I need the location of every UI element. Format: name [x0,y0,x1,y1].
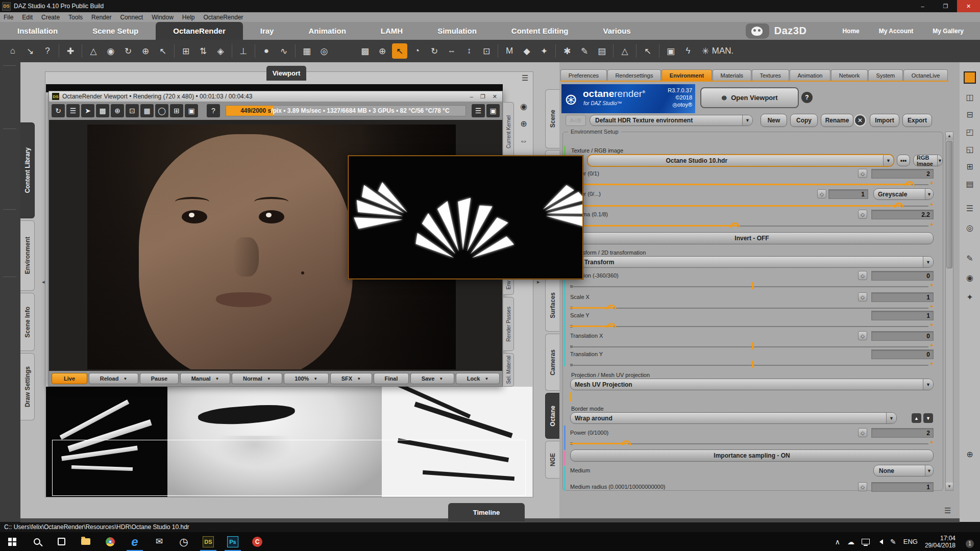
texture-select[interactable]: Octane Studio 10.hdr ▼ [587,155,894,166]
power-texture-value[interactable]: 1 [828,189,868,199]
translation-y-slider[interactable]: + [570,362,934,368]
texture-type-select[interactable]: RGB Image▼ [913,155,943,166]
cursor2-tool-icon[interactable]: ↖ [640,43,655,59]
camera-icon[interactable]: ◉ [518,100,530,112]
rotation-value[interactable]: 0 [871,271,934,281]
timeline-pane-menu-icon[interactable]: ☰ [944,506,951,515]
reset-icon[interactable]: ◇ [858,210,867,219]
active-pane-icon[interactable] [964,71,976,84]
octane-minimize-button[interactable]: – [470,93,473,100]
copy-button[interactable]: Copy [790,114,818,127]
left-pane-menu-icon[interactable]: ☰ [23,52,30,61]
reset-icon[interactable]: ◇ [858,482,867,491]
hdr-image-preview-window[interactable] [348,156,583,279]
add-cone-icon[interactable]: △ [86,43,101,59]
pen-icon[interactable]: ✎ [890,538,896,546]
ab-compare-button[interactable]: A</B [566,115,586,126]
magnifier-icon[interactable]: ⊕ [518,117,530,130]
power-texture-slider[interactable]: + [570,203,934,209]
reset-icon[interactable]: ◇ [858,271,867,280]
rename-button[interactable]: Rename [821,114,853,127]
rotate-tool-icon[interactable]: ↻ [427,43,442,59]
activity-tab[interactable]: Scene Setup [75,22,156,40]
environment-preset-select[interactable]: Default HDR Texture environment▼ [590,115,753,126]
add-diamond-icon[interactable]: ◈ [213,43,228,59]
add-ruler-icon[interactable]: ⊥ [236,43,251,59]
minimize-button[interactable]: – [911,0,934,12]
sidebar-tab-scene-info[interactable]: Scene Info [20,293,35,351]
side-tab-surfaces[interactable]: Surfaces [545,279,559,332]
activity-tab[interactable]: Various [585,22,648,40]
delete-preset-button[interactable]: ✕ [854,114,866,127]
spin-down-icon[interactable]: ▼ [923,413,933,423]
log-icon[interactable]: ☰ [66,104,80,117]
new-button[interactable]: New [761,114,787,127]
pan-tool-icon[interactable]: ⇔ [444,43,459,59]
lightning-tool-icon[interactable]: ϟ [680,43,696,59]
activity-tab[interactable]: LAMH [363,22,420,40]
globe-icon[interactable]: ⊕ [964,448,976,460]
close-button[interactable]: ✕ [957,0,980,12]
paint-tool-icon[interactable]: ✎ [577,43,592,59]
pen-icon[interactable]: ✎ [964,252,976,264]
split-rows-icon[interactable]: ⊟ [964,108,976,120]
translation-y-value[interactable]: 0 [871,349,934,359]
side-tab-nge[interactable]: NGE [545,441,559,479]
octane-control-button[interactable]: Pause ▼ [140,373,179,384]
activity-tab[interactable]: OctaneRender [156,22,243,40]
scrollbar-thumb[interactable] [946,141,952,268]
octane-control-button[interactable]: Normal ▼ [232,373,282,384]
tab-render-passes[interactable]: Render Passes [503,297,514,351]
menu-item[interactable]: Tools [68,14,83,21]
settings-tab[interactable]: Network [831,69,868,81]
quad-icon[interactable]: ▦ [140,104,154,117]
rotation-slider[interactable]: + [570,283,934,289]
settings-tab[interactable]: System [868,69,903,81]
scale-x-value[interactable]: 1 [871,292,934,302]
account-link[interactable]: Home [842,28,859,35]
pointer-tool-icon[interactable]: ↖ [392,43,407,59]
maximize-button[interactable]: ❐ [934,0,957,12]
reset-icon[interactable]: ◇ [858,292,867,302]
activity-tab[interactable]: Installation [0,22,75,40]
help-icon[interactable]: ? [40,43,55,59]
transform-select[interactable]: 2D Transform▼ [570,256,934,268]
add-grid-icon[interactable]: ⊞ [178,43,193,59]
layout-left-icon[interactable]: ◰ [964,126,976,138]
man-tool-icon[interactable]: MAN. [715,43,730,59]
power2-slider[interactable]: + [570,440,934,446]
octane-control-button[interactable]: Reload ▼ [89,373,138,384]
settings-tab[interactable]: Rendersettings [607,69,661,81]
side-tab-cameras[interactable]: Cameras [545,334,559,391]
layout-stack-icon[interactable]: ▤ [964,178,976,190]
menu-item[interactable]: Help [182,14,195,21]
invert-toggle-button[interactable]: Invert - OFF [570,232,934,244]
scale-x-slider[interactable]: + [570,305,934,311]
medium-radius-value[interactable]: 1 [871,482,934,492]
frame-tool-icon[interactable]: ⊡ [479,43,494,59]
speaker-icon[interactable] [877,539,883,544]
flask-tool-icon[interactable]: △ [617,43,632,59]
globe-tool-icon[interactable]: ⊕ [375,43,390,59]
scale-y-slider[interactable]: + [570,323,934,329]
home-icon[interactable]: ⌂ [5,43,20,59]
octane-maximize-button[interactable]: ❐ [480,93,485,100]
menu-item[interactable]: Render [91,14,111,21]
reset-icon[interactable]: ◇ [858,428,867,437]
settings-tab[interactable]: OctaneLive [903,69,948,81]
translation-x-slider[interactable]: + [570,343,934,349]
layout-right-icon[interactable]: ◱ [964,143,976,155]
scroll-up-icon[interactable]: ▲ [946,132,953,140]
tab-sel-material[interactable]: Sel. Material [503,353,514,387]
gamma-value[interactable]: 2.2 [871,210,934,219]
gamma-slider[interactable]: + [570,222,934,229]
menu-item[interactable]: Create [41,14,60,21]
importance-sampling-toggle[interactable]: Importance sampling - ON [570,449,934,462]
activity-tab[interactable]: Content Editing [494,22,586,40]
network-icon[interactable] [862,539,870,544]
chart-tool-icon[interactable]: ▤ [594,43,609,59]
add-node-icon[interactable]: ✚ [63,43,78,59]
scroll-down-icon[interactable]: ▼ [946,483,953,490]
layout-grid-icon[interactable]: ⊞ [964,160,976,172]
menu-item[interactable]: Edit [22,14,33,21]
